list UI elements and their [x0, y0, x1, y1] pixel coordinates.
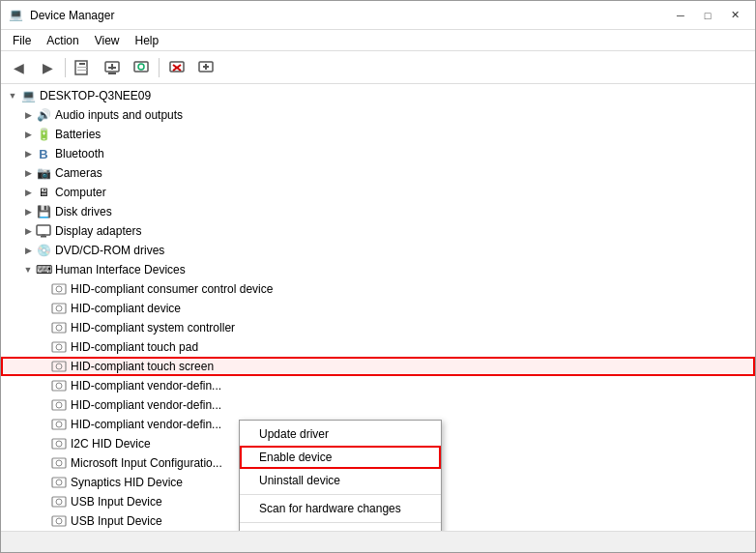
hid-touchscreen-icon [51, 359, 67, 374]
bluetooth-expand[interactable]: ▶ [20, 146, 36, 161]
hid-vendor1-icon [51, 378, 67, 393]
hid-touchpad-icon [51, 339, 67, 355]
cameras-expand[interactable]: ▶ [20, 165, 36, 181]
toolbar-sep-2 [159, 58, 160, 77]
hid-touchscreen-label: HID-compliant touch screen [71, 360, 755, 373]
dvd-expand[interactable]: ▶ [20, 243, 36, 258]
dvd-icon: 💿 [36, 243, 51, 258]
toolbar-scan[interactable] [99, 55, 126, 80]
display-label: Display adapters [55, 224, 755, 238]
menu-view[interactable]: View [87, 32, 128, 49]
svg-rect-3 [77, 70, 87, 71]
tree-item-disk[interactable]: ▶ 💾 Disk drives [1, 202, 755, 221]
tree-item-batteries[interactable]: ▶ 🔋 Batteries [1, 125, 755, 144]
ctx-properties[interactable]: Properties [240, 525, 441, 531]
tree-item-bluetooth[interactable]: ▶ B Bluetooth [1, 144, 755, 163]
close-button[interactable]: ✕ [722, 6, 747, 25]
context-menu: Update driver Enable device Uninstall de… [239, 420, 442, 531]
tree-item-dvd[interactable]: ▶ 💿 DVD/CD-ROM drives [1, 241, 755, 260]
batteries-icon: 🔋 [36, 127, 51, 142]
svg-point-9 [138, 64, 144, 70]
disk-label: Disk drives [55, 205, 755, 218]
usb1-icon [51, 494, 67, 509]
hid-device-label: HID-compliant device [71, 302, 755, 315]
svg-point-22 [56, 306, 62, 311]
svg-point-28 [56, 364, 62, 369]
svg-point-32 [56, 402, 62, 408]
hid-syscontroller-label: HID-compliant system controller [71, 321, 755, 335]
tree-item-hid-vendor1[interactable]: HID-compliant vendor-defin... [1, 376, 755, 395]
svg-rect-5 [108, 73, 116, 74]
i2c-icon [51, 436, 67, 451]
ctx-update-driver[interactable]: Update driver [240, 422, 441, 446]
audio-icon: 🔊 [36, 107, 51, 123]
tree-item-hid-vendor2[interactable]: HID-compliant vendor-defin... [1, 395, 755, 415]
tree-item-hid-touchscreen[interactable]: HID-compliant touch screen [1, 357, 755, 376]
hid-syscontroller-icon [51, 320, 67, 335]
toolbar-uninstall[interactable] [163, 55, 190, 80]
computer-expand[interactable]: ▶ [20, 185, 36, 200]
audio-label: Audio inputs and outputs [55, 108, 755, 122]
menu-help[interactable]: Help [128, 32, 167, 49]
bluetooth-icon: B [36, 146, 51, 161]
ctx-sep-1 [240, 494, 441, 495]
svg-point-30 [56, 383, 62, 389]
ctx-uninstall-device[interactable]: Uninstall device [240, 469, 441, 492]
hid-vendor2-icon [51, 397, 67, 413]
device-manager-window: 💻 Device Manager ─ □ ✕ File Action View … [0, 0, 756, 553]
status-bar [1, 531, 755, 552]
tree-item-cameras[interactable]: ▶ 📷 Cameras [1, 163, 755, 183]
svg-rect-2 [77, 67, 87, 68]
minimize-button[interactable]: ─ [668, 6, 693, 25]
synaptics-icon [51, 475, 67, 490]
hid-touchpad-label: HID-compliant touch pad [71, 340, 755, 354]
hid-expand[interactable]: ▼ [20, 262, 36, 277]
title-bar-left: 💻 Device Manager [9, 8, 114, 23]
tree-panel[interactable]: ▼ 💻 DESKTOP-Q3NEE09 ▶ 🔊 Audio inputs and… [1, 84, 755, 531]
tree-item-hid-device[interactable]: HID-compliant device [1, 299, 755, 318]
svg-point-44 [56, 518, 62, 524]
svg-point-42 [56, 499, 62, 505]
ctx-enable-device[interactable]: Enable device [240, 446, 441, 469]
window-title: Device Manager [30, 9, 114, 22]
tree-root[interactable]: ▼ 💻 DESKTOP-Q3NEE09 [1, 86, 755, 105]
display-expand[interactable]: ▶ [20, 223, 36, 239]
svg-rect-1 [79, 63, 85, 65]
tree-item-hid-syscontroller[interactable]: HID-compliant system controller [1, 318, 755, 337]
hid-consumer-label: HID-compliant consumer control device [71, 282, 755, 296]
tree-item-computer[interactable]: ▶ 🖥 Computer [1, 183, 755, 202]
ctx-scan-hardware[interactable]: Scan for hardware changes [240, 497, 441, 520]
toolbar-properties[interactable] [70, 55, 97, 80]
maximize-button[interactable]: □ [695, 6, 720, 25]
hid-label: Human Interface Devices [55, 263, 755, 276]
root-icon: 💻 [20, 88, 36, 103]
tree-item-audio[interactable]: ▶ 🔊 Audio inputs and outputs [1, 105, 755, 125]
tree-item-display[interactable]: ▶ Display adapters [1, 221, 755, 241]
root-expand[interactable]: ▼ [5, 88, 20, 103]
hid-icon: ⌨ [36, 262, 51, 277]
menu-bar: File Action View Help [1, 30, 755, 51]
tree-item-hid[interactable]: ▼ ⌨ Human Interface Devices [1, 260, 755, 279]
hid-device-icon [51, 301, 67, 316]
toolbar-forward[interactable]: ▶ [34, 55, 61, 80]
disk-expand[interactable]: ▶ [20, 204, 36, 219]
usb2-icon [51, 513, 67, 529]
batteries-expand[interactable]: ▶ [20, 127, 36, 142]
cameras-label: Cameras [55, 166, 755, 180]
menu-file[interactable]: File [5, 32, 39, 49]
svg-point-24 [56, 325, 62, 331]
toolbar-add[interactable] [192, 55, 219, 80]
svg-rect-7 [108, 67, 116, 69]
toolbar-back[interactable]: ◀ [5, 55, 32, 80]
display-icon [36, 223, 51, 239]
audio-expand[interactable]: ▶ [20, 107, 36, 123]
computer-icon: 🖥 [36, 185, 51, 200]
tree-item-hid-consumer[interactable]: HID-compliant consumer control device [1, 279, 755, 299]
bluetooth-label: Bluetooth [55, 147, 755, 160]
tree-item-hid-touchpad[interactable]: HID-compliant touch pad [1, 337, 755, 357]
toolbar-sep-1 [65, 58, 66, 77]
menu-action[interactable]: Action [39, 32, 86, 49]
svg-point-38 [56, 460, 62, 466]
svg-point-20 [56, 286, 62, 292]
toolbar-update[interactable] [128, 55, 155, 80]
